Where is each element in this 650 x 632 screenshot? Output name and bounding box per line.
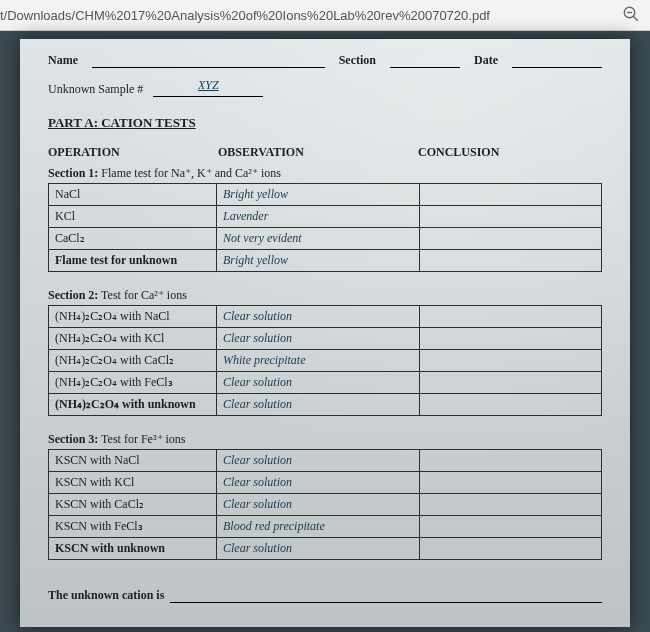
table-row: KSCN with FeCl₃Blood red precipitate — [49, 516, 602, 538]
data-table: (NH₄)₂C₂O₄ with NaClClear solution(NH₄)₂… — [48, 305, 602, 416]
sample-label: Unknown Sample # — [48, 82, 143, 97]
cell-observation: Lavender — [217, 206, 420, 228]
cell-conclusion — [420, 538, 602, 560]
section-title: Section 3: Test for Fe³⁺ ions — [48, 432, 602, 447]
observation-text: Clear solution — [223, 397, 292, 411]
cell-conclusion — [420, 494, 602, 516]
cell-conclusion — [420, 306, 602, 328]
table-row: CaCl₂Not very evident — [49, 228, 602, 250]
cell-operation: (NH₄)₂C₂O₄ with NaCl — [49, 306, 217, 328]
table-row: (NH₄)₂C₂O₄ with KClClear solution — [49, 328, 602, 350]
cell-conclusion — [420, 394, 602, 416]
table-row: (NH₄)₂C₂O₄ with FeCl₃Clear solution — [49, 372, 602, 394]
cell-observation: Clear solution — [217, 450, 420, 472]
col-conclusion: CONCLUSION — [418, 145, 602, 160]
sections-host: Section 1: Flame test for Na⁺, K⁺ and Ca… — [48, 166, 602, 570]
cell-operation: KSCN with FeCl₃ — [49, 516, 217, 538]
part-a-title: PART A: CATION TESTS — [48, 115, 602, 131]
cell-operation: KCl — [49, 206, 217, 228]
column-headers: OPERATION OBSERVATION CONCLUSION — [48, 145, 602, 160]
cell-operation: (NH₄)₂C₂O₄ with KCl — [49, 328, 217, 350]
cell-conclusion — [420, 450, 602, 472]
section-label: Section — [339, 53, 376, 68]
cell-conclusion — [420, 250, 602, 272]
cell-operation: (NH₄)₂C₂O₄ with unknown — [49, 394, 217, 416]
section-title: Section 2: Test for Ca²⁺ ions — [48, 288, 602, 303]
cell-operation: CaCl₂ — [49, 228, 217, 250]
sample-value: XYZ — [198, 78, 219, 92]
header-fields: Name Section Date — [48, 53, 602, 68]
table-row: KSCN with unknownClear solution — [49, 538, 602, 560]
cell-observation: Not very evident — [217, 228, 420, 250]
table-row: Flame test for unknownBright yellow — [49, 250, 602, 272]
observation-text: Clear solution — [223, 331, 292, 345]
table-row: KClLavender — [49, 206, 602, 228]
cell-observation: White precipitate — [217, 350, 420, 372]
cell-observation: Clear solution — [217, 538, 420, 560]
data-table: NaClBright yellowKClLavenderCaCl₂Not ver… — [48, 183, 602, 272]
browser-toolbar: t/Downloads/CHM%2017%20Analysis%20of%20I… — [0, 0, 650, 31]
observation-text: Bright yellow — [223, 253, 288, 267]
table-row: KSCN with CaCl₂Clear solution — [49, 494, 602, 516]
observation-text: Clear solution — [223, 497, 292, 511]
url-text: t/Downloads/CHM%2017%20Analysis%20of%20I… — [0, 8, 622, 23]
cell-operation: Flame test for unknown — [49, 250, 217, 272]
cell-observation: Clear solution — [217, 394, 420, 416]
final-cation-line: The unknown cation is — [48, 588, 602, 603]
sample-row: Unknown Sample # XYZ — [48, 78, 602, 97]
table-row: KSCN with NaClClear solution — [49, 450, 602, 472]
table-row: (NH₄)₂C₂O₄ with unknownClear solution — [49, 394, 602, 416]
cell-observation: Clear solution — [217, 328, 420, 350]
cell-observation: Clear solution — [217, 306, 420, 328]
cell-observation: Clear solution — [217, 494, 420, 516]
zoom-out-icon[interactable] — [622, 5, 640, 26]
table-row: KSCN with KClClear solution — [49, 472, 602, 494]
final-blank — [170, 588, 602, 603]
col-observation: OBSERVATION — [218, 145, 418, 160]
table-row: NaClBright yellow — [49, 184, 602, 206]
cell-conclusion — [420, 328, 602, 350]
data-table: KSCN with NaClClear solutionKSCN with KC… — [48, 449, 602, 560]
observation-text: Clear solution — [223, 453, 292, 467]
cell-conclusion — [420, 184, 602, 206]
observation-text: White precipitate — [223, 353, 306, 367]
observation-text: Not very evident — [223, 231, 302, 245]
observation-text: Clear solution — [223, 309, 292, 323]
name-label: Name — [48, 53, 78, 68]
cell-operation: KSCN with KCl — [49, 472, 217, 494]
worksheet-page: Name Section Date Unknown Sample # XYZ P… — [20, 39, 630, 627]
observation-text: Lavender — [223, 209, 268, 223]
final-label: The unknown cation is — [48, 588, 164, 603]
observation-text: Blood red precipitate — [223, 519, 325, 533]
date-blank — [512, 53, 602, 68]
cell-observation: Clear solution — [217, 472, 420, 494]
cell-operation: NaCl — [49, 184, 217, 206]
cell-operation: KSCN with NaCl — [49, 450, 217, 472]
observation-text: Clear solution — [223, 375, 292, 389]
cell-observation: Clear solution — [217, 372, 420, 394]
cell-operation: KSCN with unknown — [49, 538, 217, 560]
name-blank — [92, 53, 325, 68]
cell-observation: Bright yellow — [217, 184, 420, 206]
date-label: Date — [474, 53, 498, 68]
cell-conclusion — [420, 228, 602, 250]
cell-conclusion — [420, 372, 602, 394]
svg-line-1 — [633, 16, 638, 21]
cell-operation: (NH₄)₂C₂O₄ with FeCl₃ — [49, 372, 217, 394]
section-blank — [390, 53, 460, 68]
observation-text: Bright yellow — [223, 187, 288, 201]
cell-conclusion — [420, 206, 602, 228]
col-operation: OPERATION — [48, 145, 218, 160]
sample-blank: XYZ — [153, 78, 263, 97]
cell-observation: Bright yellow — [217, 250, 420, 272]
observation-text: Clear solution — [223, 475, 292, 489]
cell-observation: Blood red precipitate — [217, 516, 420, 538]
cell-operation: (NH₄)₂C₂O₄ with CaCl₂ — [49, 350, 217, 372]
cell-conclusion — [420, 516, 602, 538]
observation-text: Clear solution — [223, 541, 292, 555]
table-row: (NH₄)₂C₂O₄ with NaClClear solution — [49, 306, 602, 328]
cell-conclusion — [420, 472, 602, 494]
table-row: (NH₄)₂C₂O₄ with CaCl₂White precipitate — [49, 350, 602, 372]
cell-conclusion — [420, 350, 602, 372]
document-viewport: Name Section Date Unknown Sample # XYZ P… — [0, 31, 650, 632]
